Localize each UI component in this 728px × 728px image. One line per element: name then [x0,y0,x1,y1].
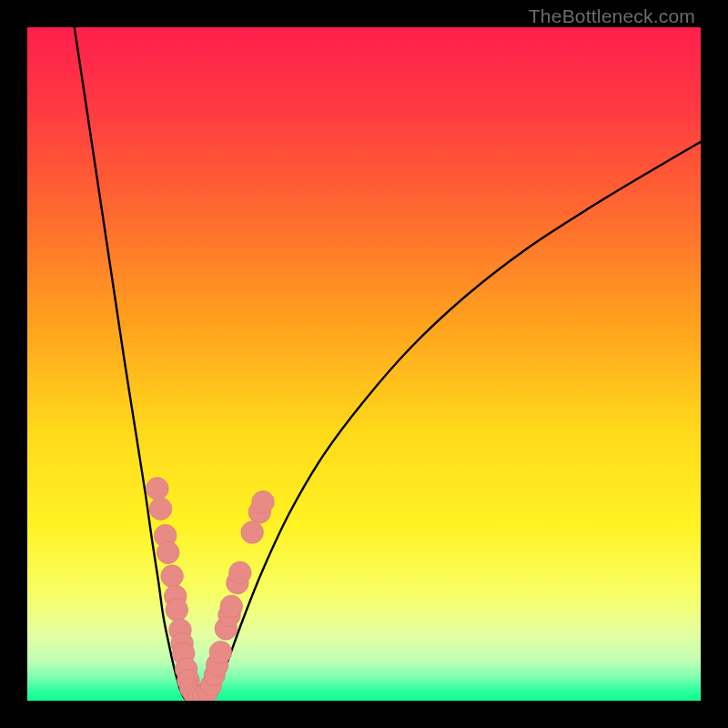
curve-marker [166,599,188,622]
curve-marker [149,498,172,521]
chart-frame: TheBottleneck.com [0,0,728,728]
curve-marker [229,561,252,584]
curve-marker [209,641,232,663]
bottleneck-curve [27,27,701,701]
curve-marker [157,541,179,564]
curve-marker [146,478,168,500]
curve-marker [252,490,275,513]
curve-marker [241,521,264,544]
curve-marker [220,595,243,618]
watermark-text: TheBottleneck.com [529,5,695,27]
plot-area [27,27,701,701]
curve-marker [161,565,184,588]
